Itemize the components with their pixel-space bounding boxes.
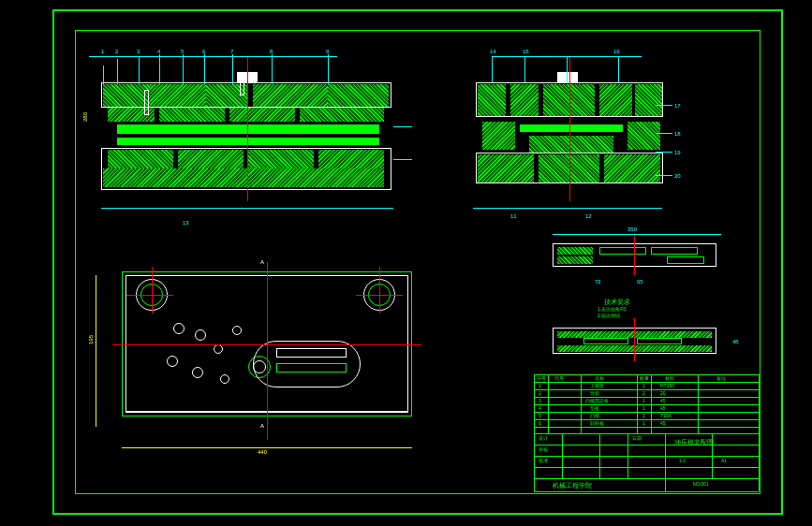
tb-dwgno: MJ-001 [693, 481, 709, 487]
callout-1: 1 [101, 49, 104, 54]
pl-r5c0: 6 [539, 420, 541, 426]
callout-14: 14 [490, 49, 496, 54]
dim-front-bottom [101, 208, 393, 209]
tb-company: 机械工程学院 [553, 481, 592, 490]
tech-req-2: 2.锐边倒钝 [598, 313, 620, 318]
pl-r3c2: 垫板 [590, 405, 599, 411]
callout-20: 20 [674, 173, 681, 179]
callout-9: 9 [326, 49, 329, 54]
bolt-hole-1 [144, 90, 149, 115]
dim-plan-h1: 195 [88, 335, 94, 344]
callout-8: 8 [270, 49, 273, 54]
pl-r2c4: 45 [660, 398, 666, 403]
pl-r4c2: 凸模 [590, 413, 599, 418]
pl-r1c2: 导套 [590, 390, 599, 396]
pl-r4c3: 1 [642, 413, 645, 418]
pl-r0c2: 上模座 [590, 383, 604, 388]
pl-h-2: 名称 [595, 375, 604, 381]
title-block: 设计 审核 批准 日期 冲压模装配图 1:2 A1 机械工程学院 MJ-001 [534, 433, 759, 491]
pl-h-1: 代号 [554, 375, 564, 381]
dim-strip-1: 350 [627, 226, 637, 232]
pl-r0c0: 1 [539, 383, 541, 388]
pl-r1c3: 2 [642, 390, 645, 396]
callout-5: 5 [181, 49, 184, 54]
callout-b2: 12 [585, 213, 592, 219]
pl-r5c2: 卸料板 [590, 420, 604, 426]
section-view-front [94, 70, 403, 206]
pl-r2c3: 1 [642, 398, 645, 403]
tb-sheet: A1 [721, 458, 727, 463]
pl-r5c3: 1 [642, 420, 645, 426]
dim-plan-left-v [96, 275, 96, 427]
pl-r5c4: 45 [660, 420, 666, 426]
pl-r1c4: 20 [660, 390, 666, 396]
pl-r3c4: 45 [660, 405, 666, 411]
strip-layout-1 [548, 239, 726, 276]
callout-17: 17 [674, 103, 681, 109]
pl-r3c0: 4 [539, 405, 541, 411]
callout-2: 2 [115, 49, 118, 54]
dim-plan-bot-h [122, 447, 412, 448]
pl-h-4: 材料 [665, 375, 674, 381]
callout-6: 6 [202, 49, 205, 54]
callout-7: 7 [230, 49, 233, 54]
tb-approve: 批准 [539, 458, 548, 463]
dim-strip-4: 45 [732, 339, 739, 344]
tb-title: 冲压模装配图 [674, 438, 714, 447]
callout-16: 16 [613, 49, 620, 54]
tb-designer: 设计 [539, 435, 548, 441]
callout-3: 3 [137, 49, 140, 54]
pl-h-0: 序号 [537, 375, 546, 381]
plan-view: A A [112, 262, 421, 440]
strip-layout-2 [548, 323, 726, 360]
dim-strip-3: 65 [637, 279, 643, 285]
pl-r0c4: HT200 [660, 383, 674, 388]
pl-h-5: 备注 [716, 375, 726, 381]
pl-r4c4: T10A [660, 413, 672, 418]
callout-13: 13 [183, 220, 189, 226]
dim-strip-2: 72 [595, 279, 601, 285]
callout-4: 4 [157, 49, 160, 54]
pl-r3c3: 1 [642, 405, 645, 411]
pl-r2c2: 凸模固定板 [585, 398, 609, 403]
callout-15: 15 [523, 49, 529, 54]
tech-req-1: 1.未注圆角R3 [598, 306, 627, 312]
tb-date: 日期 [632, 435, 642, 441]
pl-r0c3: 1 [642, 383, 645, 388]
dim-plan-w: 440 [258, 449, 267, 455]
tb-scale: 1:2 [679, 458, 686, 463]
dim-side-bottom [473, 208, 662, 209]
section-view-side [468, 70, 679, 206]
callout-18: 18 [674, 131, 681, 137]
pl-r4c0: 5 [539, 413, 541, 418]
pl-h-3: 数量 [640, 375, 649, 381]
pl-r1c0: 2 [539, 390, 541, 396]
pl-r2c0: 3 [539, 398, 541, 403]
callout-b1: 11 [510, 213, 517, 219]
tb-check: 审核 [539, 446, 548, 452]
callout-19: 19 [674, 150, 681, 155]
dim-label-height: 280 [82, 112, 88, 122]
bolt-hole-2 [240, 75, 244, 95]
